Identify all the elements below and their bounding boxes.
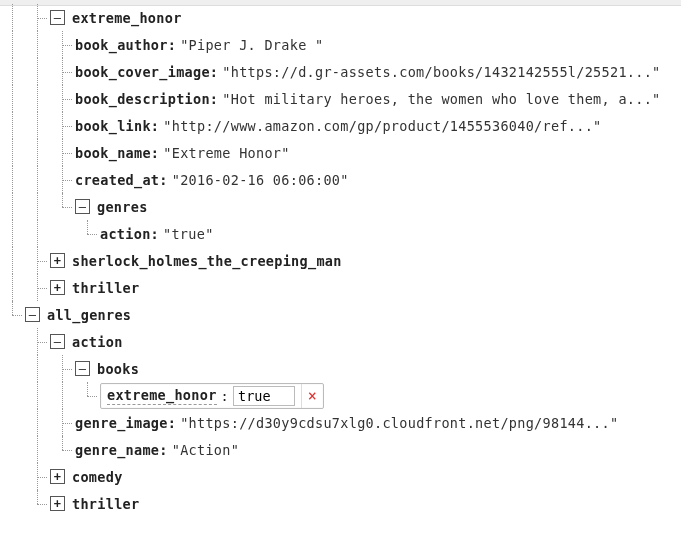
leaf-key: genre_image xyxy=(75,415,168,431)
node-key: genres xyxy=(97,199,148,215)
edit-row-extreme-honor[interactable]: extreme_honor: × xyxy=(0,382,681,409)
node-all-genres[interactable]: all_genres xyxy=(0,301,681,328)
tree-root: extreme_honor book_author:"Piper J. Drak… xyxy=(0,0,681,517)
leaf-value: "https://d.gr-assets.com/books/143214255… xyxy=(222,64,660,80)
toggle-icon[interactable] xyxy=(50,334,65,349)
leaf-genre-image[interactable]: genre_image:"https://d30y9cdsu7xlg0.clou… xyxy=(0,409,681,436)
leaf-value: "Action" xyxy=(172,442,239,458)
node-thriller-1[interactable]: thriller xyxy=(0,274,681,301)
leaf-book-name[interactable]: book_name:"Extreme Honor" xyxy=(0,139,681,166)
node-key: comedy xyxy=(72,469,123,485)
toggle-icon[interactable] xyxy=(50,280,65,295)
leaf-value: "https://d30y9cdsu7xlg0.cloudfront.net/p… xyxy=(180,415,618,431)
leaf-value: "Hot military heroes, the women who love… xyxy=(222,91,660,107)
leaf-book-cover-image[interactable]: book_cover_image:"https://d.gr-assets.co… xyxy=(0,58,681,85)
leaf-genres-action[interactable]: action:"true" xyxy=(0,220,681,247)
node-key: thriller xyxy=(72,280,139,296)
toggle-icon[interactable] xyxy=(75,199,90,214)
node-key: extreme_honor xyxy=(72,10,182,26)
node-comedy[interactable]: comedy xyxy=(0,463,681,490)
edit-value-input[interactable] xyxy=(233,386,295,406)
leaf-key: book_author xyxy=(75,37,168,53)
node-key: all_genres xyxy=(47,307,131,323)
top-separator xyxy=(0,0,681,6)
toggle-icon[interactable] xyxy=(50,469,65,484)
edit-key[interactable]: extreme_honor xyxy=(107,387,217,405)
node-genres[interactable]: genres xyxy=(0,193,681,220)
node-key: sherlock_holmes_the_creeping_man xyxy=(72,253,342,269)
node-key: books xyxy=(97,361,139,377)
leaf-value: "Piper J. Drake " xyxy=(180,37,323,53)
leaf-key: book_link xyxy=(75,118,151,134)
node-extreme-honor[interactable]: extreme_honor xyxy=(0,4,681,31)
toggle-icon[interactable] xyxy=(50,253,65,268)
node-all-genres-action[interactable]: action xyxy=(0,328,681,355)
toggle-icon[interactable] xyxy=(25,307,40,322)
leaf-key: action xyxy=(100,226,151,242)
leaf-value: "true" xyxy=(163,226,214,242)
toggle-icon[interactable] xyxy=(75,361,90,376)
leaf-key: book_cover_image xyxy=(75,64,210,80)
leaf-value: "Extreme Honor" xyxy=(163,145,289,161)
node-books[interactable]: books xyxy=(0,355,681,382)
leaf-key: book_name xyxy=(75,145,151,161)
toggle-icon[interactable] xyxy=(50,10,65,25)
leaf-value: "http://www.amazon.com/gp/product/145553… xyxy=(163,118,601,134)
leaf-book-link[interactable]: book_link:"http://www.amazon.com/gp/prod… xyxy=(0,112,681,139)
leaf-book-description[interactable]: book_description:"Hot military heroes, t… xyxy=(0,85,681,112)
inline-editor[interactable]: extreme_honor: × xyxy=(100,383,324,409)
toggle-icon[interactable] xyxy=(50,496,65,511)
node-sherlock[interactable]: sherlock_holmes_the_creeping_man xyxy=(0,247,681,274)
node-key: action xyxy=(72,334,123,350)
leaf-book-author[interactable]: book_author:"Piper J. Drake " xyxy=(0,31,681,58)
node-key: thriller xyxy=(72,496,139,512)
leaf-key: created_at xyxy=(75,172,159,188)
delete-icon[interactable]: × xyxy=(301,384,323,408)
leaf-key: genre_name xyxy=(75,442,159,458)
leaf-created-at[interactable]: created_at:"2016-02-16 06:06:00" xyxy=(0,166,681,193)
leaf-key: book_description xyxy=(75,91,210,107)
leaf-genre-name[interactable]: genre_name:"Action" xyxy=(0,436,681,463)
node-thriller-2[interactable]: thriller xyxy=(0,490,681,517)
leaf-value: "2016-02-16 06:06:00" xyxy=(172,172,349,188)
